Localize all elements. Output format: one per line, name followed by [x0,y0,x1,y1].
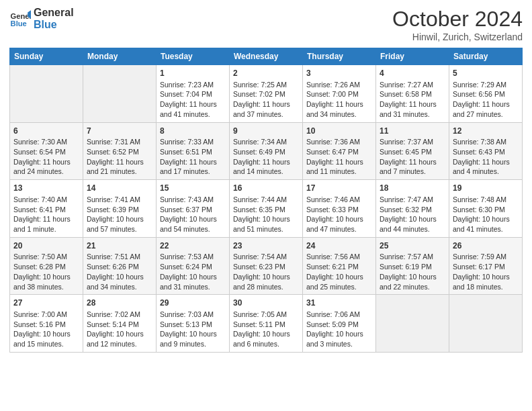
day-cell: 3Sunrise: 7:26 AMSunset: 7:00 PMDaylight… [303,65,376,123]
day-number: 22 [160,240,226,252]
day-info: Sunrise: 7:03 AMSunset: 5:13 PMDaylight:… [160,310,226,349]
day-cell: 28Sunrise: 7:02 AMSunset: 5:14 PMDayligh… [83,295,157,353]
day-number: 3 [306,68,372,79]
svg-text:Blue: Blue [11,19,27,28]
day-cell: 6Sunrise: 7:30 AMSunset: 6:54 PMDaylight… [10,122,83,180]
day-info: Sunrise: 7:34 AMSunset: 6:49 PMDaylight:… [233,137,299,177]
logo-blue: Blue [34,19,74,31]
day-number: 20 [13,240,79,252]
th-saturday: Saturday [449,48,523,65]
day-cell: 20Sunrise: 7:50 AMSunset: 6:28 PMDayligh… [10,237,83,295]
month-title: October 2024 [392,7,523,32]
week-row-2: 6Sunrise: 7:30 AMSunset: 6:54 PMDaylight… [10,122,523,180]
day-cell [449,295,523,353]
day-cell [83,65,157,123]
day-info: Sunrise: 7:06 AMSunset: 5:09 PMDaylight:… [306,310,372,349]
day-number: 1 [160,68,226,79]
day-info: Sunrise: 7:44 AMSunset: 6:35 PMDaylight:… [233,195,299,234]
day-number: 27 [13,298,79,309]
th-wednesday: Wednesday [230,48,303,65]
day-info: Sunrise: 7:46 AMSunset: 6:33 PMDaylight:… [306,195,372,234]
week-row-3: 13Sunrise: 7:40 AMSunset: 6:41 PMDayligh… [10,180,523,238]
day-info: Sunrise: 7:54 AMSunset: 6:23 PMDaylight:… [233,252,299,291]
day-number: 16 [233,183,299,194]
day-number: 18 [380,183,445,194]
day-cell [376,295,449,353]
th-thursday: Thursday [303,48,376,65]
day-info: Sunrise: 7:00 AMSunset: 5:16 PMDaylight:… [13,310,79,349]
day-info: Sunrise: 7:59 AMSunset: 6:17 PMDaylight:… [453,252,519,291]
day-cell: 16Sunrise: 7:44 AMSunset: 6:35 PMDayligh… [230,180,303,238]
calendar-table: Sunday Monday Tuesday Wednesday Thursday… [9,48,523,353]
day-cell: 9Sunrise: 7:34 AMSunset: 6:49 PMDaylight… [230,122,303,180]
day-info: Sunrise: 7:37 AMSunset: 6:45 PMDaylight:… [380,137,445,177]
day-info: Sunrise: 7:57 AMSunset: 6:19 PMDaylight:… [380,252,445,291]
day-cell: 31Sunrise: 7:06 AMSunset: 5:09 PMDayligh… [303,295,376,353]
day-cell: 8Sunrise: 7:33 AMSunset: 6:51 PMDaylight… [157,122,230,180]
day-info: Sunrise: 7:02 AMSunset: 5:14 PMDaylight:… [87,310,152,349]
day-number: 13 [13,183,79,194]
day-info: Sunrise: 7:38 AMSunset: 6:43 PMDaylight:… [453,137,519,177]
title-block: October 2024 Hinwil, Zurich, Switzerland [392,7,523,42]
day-info: Sunrise: 7:53 AMSunset: 6:24 PMDaylight:… [160,252,226,291]
day-info: Sunrise: 7:51 AMSunset: 6:26 PMDaylight:… [87,252,152,291]
week-row-4: 20Sunrise: 7:50 AMSunset: 6:28 PMDayligh… [10,237,523,295]
day-info: Sunrise: 7:48 AMSunset: 6:30 PMDaylight:… [453,195,519,234]
day-cell: 14Sunrise: 7:41 AMSunset: 6:39 PMDayligh… [83,180,157,238]
day-number: 25 [380,240,445,252]
day-cell: 21Sunrise: 7:51 AMSunset: 6:26 PMDayligh… [83,237,157,295]
day-info: Sunrise: 7:50 AMSunset: 6:28 PMDaylight:… [13,252,79,291]
day-cell: 18Sunrise: 7:47 AMSunset: 6:32 PMDayligh… [376,180,449,238]
day-cell: 11Sunrise: 7:37 AMSunset: 6:45 PMDayligh… [376,122,449,180]
day-info: Sunrise: 7:33 AMSunset: 6:51 PMDaylight:… [160,137,226,177]
day-cell: 2Sunrise: 7:25 AMSunset: 7:02 PMDaylight… [230,65,303,123]
day-number: 11 [380,126,445,137]
th-monday: Monday [83,48,157,65]
day-cell: 15Sunrise: 7:43 AMSunset: 6:37 PMDayligh… [157,180,230,238]
day-number: 19 [453,183,519,194]
logo-general: General [34,7,74,19]
th-friday: Friday [376,48,449,65]
day-info: Sunrise: 7:31 AMSunset: 6:52 PMDaylight:… [87,137,152,177]
day-info: Sunrise: 7:47 AMSunset: 6:32 PMDaylight:… [380,195,445,234]
day-number: 7 [87,126,152,137]
day-cell: 19Sunrise: 7:48 AMSunset: 6:30 PMDayligh… [449,180,523,238]
day-number: 8 [160,126,226,137]
day-number: 31 [306,298,372,309]
day-number: 17 [306,183,372,194]
day-info: Sunrise: 7:23 AMSunset: 7:04 PMDaylight:… [160,80,226,120]
day-number: 29 [160,298,226,309]
day-info: Sunrise: 7:40 AMSunset: 6:41 PMDaylight:… [13,195,79,234]
day-cell: 25Sunrise: 7:57 AMSunset: 6:19 PMDayligh… [376,237,449,295]
day-number: 2 [233,68,299,79]
location: Hinwil, Zurich, Switzerland [392,32,523,42]
th-tuesday: Tuesday [157,48,230,65]
day-number: 4 [380,68,445,79]
day-number: 30 [233,298,299,309]
day-number: 15 [160,183,226,194]
day-info: Sunrise: 7:05 AMSunset: 5:11 PMDaylight:… [233,310,299,349]
day-info: Sunrise: 7:36 AMSunset: 6:47 PMDaylight:… [306,137,372,177]
day-cell: 29Sunrise: 7:03 AMSunset: 5:13 PMDayligh… [157,295,230,353]
day-number: 21 [87,240,152,252]
day-cell: 12Sunrise: 7:38 AMSunset: 6:43 PMDayligh… [449,122,523,180]
th-sunday: Sunday [10,48,83,65]
logo: General Blue General Blue [9,7,74,30]
header: General Blue General Blue October 2024 H… [9,7,523,42]
day-number: 6 [13,126,79,137]
day-info: Sunrise: 7:27 AMSunset: 6:58 PMDaylight:… [380,80,445,120]
week-row-1: 1Sunrise: 7:23 AMSunset: 7:04 PMDaylight… [10,65,523,123]
day-info: Sunrise: 7:25 AMSunset: 7:02 PMDaylight:… [233,80,299,120]
day-cell: 10Sunrise: 7:36 AMSunset: 6:47 PMDayligh… [303,122,376,180]
day-number: 9 [233,126,299,137]
day-cell: 5Sunrise: 7:29 AMSunset: 6:56 PMDaylight… [449,65,523,123]
day-cell: 4Sunrise: 7:27 AMSunset: 6:58 PMDaylight… [376,65,449,123]
week-row-5: 27Sunrise: 7:00 AMSunset: 5:16 PMDayligh… [10,295,523,353]
day-number: 26 [453,240,519,252]
day-info: Sunrise: 7:41 AMSunset: 6:39 PMDaylight:… [87,195,152,234]
day-number: 28 [87,298,152,309]
header-row: Sunday Monday Tuesday Wednesday Thursday… [10,48,523,65]
day-info: Sunrise: 7:56 AMSunset: 6:21 PMDaylight:… [306,252,372,291]
calendar-container: General Blue General Blue October 2024 H… [0,0,532,362]
day-cell: 23Sunrise: 7:54 AMSunset: 6:23 PMDayligh… [230,237,303,295]
